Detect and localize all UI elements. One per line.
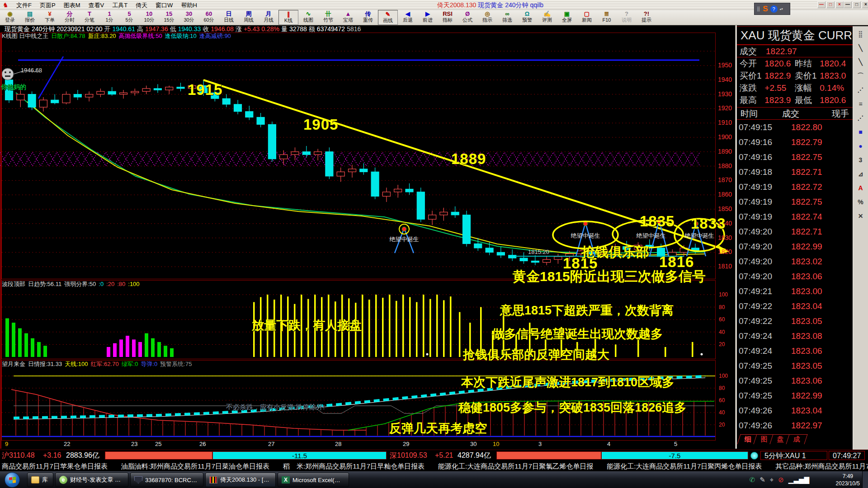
- segment-icon[interactable]: ╲: [855, 56, 867, 68]
- toolbar-评测[interactable]: ✍评测: [537, 10, 557, 25]
- close-button[interactable]: ×: [835, 1, 844, 8]
- taskbar-Microsoft Excel(…[interactable]: XMicrosoft Excel(…: [278, 473, 349, 487]
- triangle-icon[interactable]: ⊿: [855, 169, 867, 180]
- signal-icon[interactable]: ▁▃▅▇: [788, 476, 809, 484]
- toolbar-F10[interactable]: ≣F10: [597, 10, 617, 25]
- period-selector[interactable]: 5分钟:XAU 1: [760, 451, 827, 460]
- tick-price: 1822.72: [791, 179, 822, 194]
- taskbar-33687870: BCRC…[interactable]: 33687870: BCRC…: [130, 473, 203, 487]
- curve3-icon[interactable]: 3: [855, 155, 867, 166]
- grip-icon[interactable]: ⣿: [855, 28, 867, 40]
- taskbar-财经号-发表文章 …[interactable]: e财经号-发表文章 …: [55, 473, 128, 487]
- price-tick-1880: 1880: [718, 162, 732, 169]
- ellipse-icon[interactable]: ●: [855, 141, 867, 152]
- toolbar-label: 提示: [637, 17, 656, 23]
- toolbar-月线[interactable]: 月月线: [259, 10, 278, 25]
- toolbar-日线[interactable]: 日日线: [219, 10, 239, 25]
- toolbar-60分[interactable]: 6060分: [199, 10, 219, 25]
- menu-窗口W[interactable]: 窗口W: [151, 0, 177, 11]
- fan-lines-icon[interactable]: ⋰: [855, 84, 867, 96]
- toolbar-15分[interactable]: 1515分: [159, 10, 179, 25]
- taskbar-clock[interactable]: 7:49 2023/10/5: [836, 473, 860, 487]
- start-button[interactable]: [5, 472, 20, 488]
- toolbar-指标[interactable]: RSI指标: [438, 10, 458, 25]
- toolbar-重传[interactable]: 传重传: [358, 10, 378, 25]
- taskbar-倚天2008.130 - […[interactable]: 倚天2008.130 - […: [205, 473, 276, 487]
- wechat-icon[interactable]: ✆: [750, 476, 755, 484]
- toolbar-后退[interactable]: ◀后退: [398, 10, 418, 25]
- close-button[interactable]: ×: [862, 1, 868, 8]
- sogou-icon[interactable]: S: [763, 5, 768, 14]
- moon-indicator-header: 望月来金日情报:31.33天线:100红军:62.70绿军:0导弹:0预警系统:…: [2, 361, 194, 368]
- 后退-icon: ◀: [398, 10, 418, 17]
- child-window-controls: —□×: [817, 1, 844, 9]
- toolbar-前进[interactable]: ▶前进: [418, 10, 438, 25]
- menu-帮助H[interactable]: 帮助H: [177, 0, 201, 11]
- percent-icon[interactable]: %: [855, 197, 867, 208]
- toolbar-竹节[interactable]: 卄竹节: [318, 10, 338, 25]
- taskbar-label: 财经号-发表文章 …: [70, 476, 121, 484]
- minimize-button[interactable]: —: [817, 1, 826, 8]
- ime-help-icon[interactable]: ?: [770, 5, 778, 13]
- menu-查看V[interactable]: 查看V: [84, 0, 108, 11]
- toolbar-5分[interactable]: 55分: [119, 10, 139, 25]
- toolbar-线图[interactable]: ∿线图: [298, 10, 318, 25]
- rays-icon[interactable]: ⋰: [855, 113, 867, 124]
- band-note-1: 意思1815下超跌严重，次数背离: [500, 302, 674, 319]
- toolbar-预警[interactable]: Ω预警: [517, 10, 537, 25]
- club-label: 抢钱俱乐部: [581, 243, 649, 262]
- quote-label: 卖价1: [795, 70, 820, 82]
- tick-time: 07:49:21: [739, 284, 791, 299]
- toolbar-K线[interactable]: ∥K线: [278, 10, 298, 25]
- toolbar-1分[interactable]: 11分: [99, 10, 119, 25]
- toolbar-公式[interactable]: Ø公式: [458, 10, 477, 25]
- parallel-lines-icon[interactable]: ≡: [855, 99, 867, 110]
- toolbar-分笔[interactable]: T分笔: [80, 10, 99, 25]
- toolbar-label: 分时: [60, 17, 80, 23]
- cross-icon[interactable]: ✕: [855, 211, 867, 222]
- price-label-1889: 1889: [451, 150, 486, 168]
- 10分-icon: 10: [139, 10, 159, 17]
- toolbar-说明[interactable]: ?说明: [617, 10, 637, 25]
- mute-speaker-icon[interactable]: ⊘: [778, 476, 784, 484]
- toolbar-label: 10分: [139, 17, 159, 23]
- toolbar-筛选[interactable]: ∞筛选: [497, 10, 517, 25]
- toolbar-周线[interactable]: 周周线: [239, 10, 259, 25]
- menu-文件F[interactable]: 文件F: [12, 0, 36, 11]
- ime-arrows-icon[interactable]: ▴▾: [780, 7, 783, 10]
- tick-time: 07:49:19: [739, 209, 791, 224]
- band-tick-60: 60: [719, 316, 725, 323]
- minimize-button[interactable]: —: [844, 1, 852, 8]
- menu-图表M[interactable]: 图表M: [60, 0, 85, 11]
- input-method-bar[interactable]: ⣿ S ? ▴▾: [754, 3, 790, 15]
- pen-icon[interactable]: ✎: [760, 476, 765, 484]
- show-desktop-button[interactable]: [862, 471, 868, 488]
- ime-grip-icon[interactable]: ⣿: [757, 7, 760, 11]
- toolbar-报价[interactable]: ▤报价: [20, 10, 40, 25]
- menu-工具T[interactable]: 工具T: [108, 0, 132, 11]
- taskbar-库[interactable]: 库: [27, 473, 53, 487]
- menu-页面P[interactable]: 页面P: [36, 0, 60, 11]
- quote-tab-成[interactable]: 成: [786, 434, 807, 444]
- toolbar-指示[interactable]: ◎指示: [477, 10, 497, 25]
- toolbar-提示[interactable]: ?!提示: [637, 10, 656, 25]
- toolbar-分时[interactable]: 分分时: [60, 10, 80, 25]
- toolbar-宝塔[interactable]: ▲宝塔: [338, 10, 358, 25]
- dish-icon[interactable]: ⌖: [770, 476, 774, 484]
- text-tool-icon[interactable]: A: [855, 183, 867, 194]
- toolbar-全屏[interactable]: ▣全屏: [557, 10, 577, 25]
- restore-button[interactable]: □: [826, 1, 835, 8]
- band-tick-40: 40: [719, 329, 725, 335]
- quote-value: +2.55: [764, 82, 795, 94]
- toolbar-画线[interactable]: ✎画线: [378, 10, 398, 25]
- toolbar-30分[interactable]: 3030分: [179, 10, 199, 25]
- toolbar-10分[interactable]: 1010分: [139, 10, 159, 25]
- menu-倚天[interactable]: 倚天: [132, 0, 151, 11]
- arc-icon[interactable]: ⌒: [855, 70, 867, 82]
- toolbar-下单[interactable]: ¥下单: [40, 10, 60, 25]
- toolbar-新闻[interactable]: ▢新闻: [577, 10, 597, 25]
- rectangle-icon[interactable]: ■: [855, 127, 867, 138]
- restore-button[interactable]: □: [853, 1, 861, 8]
- trendline-icon[interactable]: ╲: [855, 42, 867, 54]
- toolbar-登录[interactable]: ◉登录: [0, 10, 20, 25]
